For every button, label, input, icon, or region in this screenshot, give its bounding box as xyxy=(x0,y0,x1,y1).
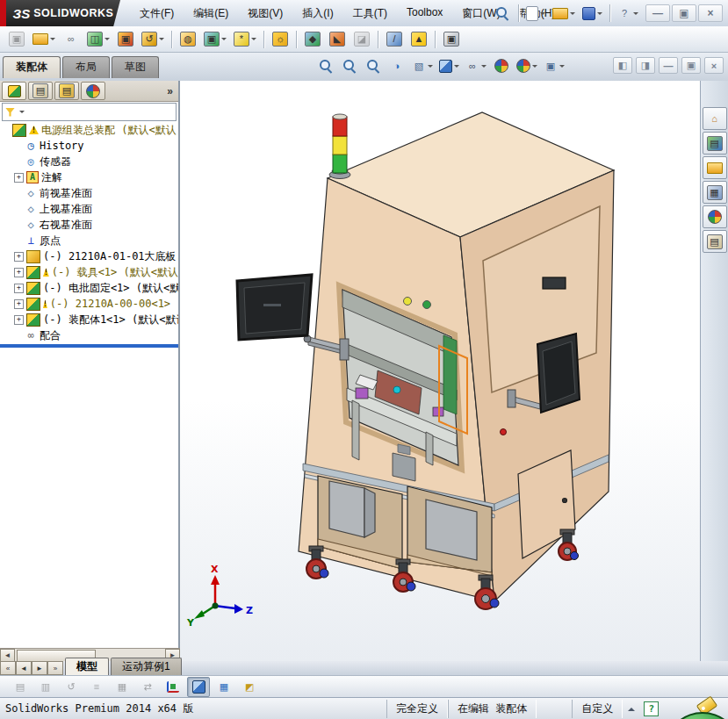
tree-item[interactable]: ◷History xyxy=(0,138,178,154)
open-part-button[interactable] xyxy=(30,29,58,50)
appearances-button[interactable] xyxy=(490,55,513,76)
smart-fasteners-button[interactable]: ▣ xyxy=(114,29,137,50)
graphics-viewport[interactable]: X Y Z xyxy=(180,81,700,661)
view-palette-button[interactable]: ▦ xyxy=(703,181,727,204)
view-settings-dropdown-icon[interactable] xyxy=(559,65,565,70)
zoom-to-area-button[interactable] xyxy=(338,55,361,76)
model-tab-运动算例1[interactable]: 运动算例1 xyxy=(111,658,182,675)
save-document-dropdown-icon[interactable] xyxy=(597,12,602,18)
mate-dropdown-icon[interactable] xyxy=(105,38,110,43)
property-manager-tab[interactable]: ▤ xyxy=(28,82,53,100)
zoom-to-fit-button[interactable] xyxy=(314,55,337,76)
view-settings-button[interactable]: ▣ xyxy=(541,55,567,76)
collapse-panel-right-button[interactable]: ◨ xyxy=(636,57,655,74)
help-dropdown-icon[interactable] xyxy=(633,12,638,18)
tree-item[interactable]: ∞配合 xyxy=(0,327,178,343)
zoom-to-selection-button[interactable] xyxy=(362,55,385,76)
tree-item[interactable]: !电源组装总装配 (默认<默认 xyxy=(0,122,178,138)
expand-toggle-icon[interactable]: + xyxy=(14,299,24,309)
tree-item[interactable]: +!(-) 载具<1> (默认<默认 xyxy=(0,264,178,280)
tree-item[interactable]: ◇上视基准面 xyxy=(0,201,178,217)
open-document-dropdown-icon[interactable] xyxy=(570,12,575,18)
attachment-button[interactable]: ∞ xyxy=(60,29,83,50)
display-style-dropdown-icon[interactable] xyxy=(454,65,459,70)
move-component-dropdown-icon[interactable] xyxy=(159,38,164,43)
tab-布局[interactable]: 布局 xyxy=(62,56,110,78)
status-help-icon[interactable]: ? xyxy=(644,701,659,716)
collapse-panel-left-button[interactable]: ◧ xyxy=(613,57,632,74)
help-button[interactable]: ? xyxy=(615,3,641,24)
design-library-button[interactable]: ▤ xyxy=(703,132,727,155)
restore-app-button[interactable]: ▣ xyxy=(672,4,696,22)
tree-item[interactable]: +(-) 21210A-01-01大底板.SL xyxy=(0,248,178,264)
instant-3d-button[interactable]: ◣ xyxy=(326,29,349,50)
menu-toolbox[interactable]: Toolbox xyxy=(399,4,450,24)
signal-tower[interactable] xyxy=(329,114,350,179)
reference-triad-button[interactable] xyxy=(162,677,184,697)
prev-tab-button[interactable]: ◄ xyxy=(16,661,32,675)
tree-item[interactable]: +!(-) 21210A-00-00<1> (默 xyxy=(0,296,178,312)
last-tab-button[interactable]: » xyxy=(47,661,63,675)
customize-arrow-icon[interactable] xyxy=(628,704,635,711)
view-orientation-dropdown-icon[interactable] xyxy=(428,65,433,70)
rollback-bar[interactable] xyxy=(0,344,178,348)
exploded-view-button[interactable]: ◆ xyxy=(301,29,324,50)
minimize-doc-button[interactable]: — xyxy=(659,57,678,74)
tab-装配体[interactable]: 装配体 xyxy=(3,56,61,78)
show-hidden-components-button[interactable]: ◍ xyxy=(177,29,199,50)
appearances-scenes-button[interactable] xyxy=(703,205,727,228)
mate-button[interactable]: ◫ xyxy=(84,29,112,50)
tree-item[interactable]: +(-) 装配体1<1> (默认<默认 xyxy=(0,312,178,327)
hide-show-items-dropdown-icon[interactable] xyxy=(481,65,487,70)
tree-item[interactable]: +A注解 xyxy=(0,169,178,185)
section-view-button[interactable]: ◑ xyxy=(386,55,408,76)
expand-toggle-icon[interactable]: + xyxy=(14,252,24,262)
tree-item[interactable]: +(-) 电批固定<1> (默认<默认 xyxy=(0,280,178,296)
tree-item[interactable]: ⊥原点 xyxy=(0,233,178,248)
restore-doc-button[interactable]: ▣ xyxy=(681,57,701,74)
expand-toggle-icon[interactable]: + xyxy=(14,315,24,325)
next-tab-button[interactable]: ► xyxy=(32,661,47,675)
menu-view[interactable]: 视图(V) xyxy=(240,4,291,24)
search-button[interactable] xyxy=(491,3,514,24)
display-style-button[interactable] xyxy=(436,55,462,76)
view-orientation-button[interactable]: ▧ xyxy=(409,55,436,76)
assembly-features-dropdown-icon[interactable] xyxy=(221,38,227,43)
new-document-dropdown-icon[interactable] xyxy=(540,12,545,18)
menu-tools[interactable]: 工具(T) xyxy=(345,4,395,24)
hide-show-items-button[interactable]: ∞ xyxy=(463,55,489,76)
menu-insert[interactable]: 插入(I) xyxy=(294,4,341,24)
open-document-button[interactable] xyxy=(550,3,578,24)
expand-toggle-icon[interactable]: + xyxy=(14,284,24,293)
move-component-button[interactable]: ↺ xyxy=(139,29,167,50)
screen-capture-button[interactable]: ◩ xyxy=(238,677,261,697)
reference-geometry-button[interactable]: * xyxy=(231,29,259,50)
tree-filter-bar[interactable] xyxy=(2,103,177,121)
tree-item[interactable]: ◎传感器 xyxy=(0,154,178,169)
close-app-button[interactable]: × xyxy=(698,4,723,22)
tab-草图[interactable]: 草图 xyxy=(112,56,159,78)
expand-toggle-icon[interactable]: + xyxy=(14,173,24,183)
edit-scene-button[interactable] xyxy=(514,55,540,76)
close-doc-button[interactable]: × xyxy=(704,57,724,74)
shaded-display-button[interactable] xyxy=(187,677,210,697)
assembly-features-button[interactable]: ▣ xyxy=(201,29,229,50)
display-manager-tab[interactable] xyxy=(81,82,105,100)
filter-dropdown-icon[interactable] xyxy=(19,111,25,116)
configuration-manager-tab[interactable]: ▤ xyxy=(54,82,79,100)
new-document-button[interactable] xyxy=(523,3,548,24)
first-tab-button[interactable]: « xyxy=(0,661,16,675)
save-document-button[interactable] xyxy=(580,3,605,24)
tree-item[interactable]: ◇右视基准面 xyxy=(0,217,178,233)
image-capture-button[interactable]: ▣ xyxy=(440,29,463,50)
panel-expand-button[interactable]: » xyxy=(167,85,177,97)
expand-toggle-icon[interactable]: + xyxy=(14,268,24,277)
interference-detection-button[interactable]: ▲ xyxy=(407,29,430,50)
featuremanager-tree-tab[interactable] xyxy=(2,82,26,100)
open-part-dropdown-icon[interactable] xyxy=(50,38,55,43)
model-tab-模型[interactable]: 模型 xyxy=(65,658,109,675)
menu-edit[interactable]: 编辑(E) xyxy=(185,4,236,24)
edit-scene-dropdown-icon[interactable] xyxy=(532,65,537,70)
motion-study-button[interactable]: ☼ xyxy=(269,29,292,50)
minimize-app-button[interactable]: — xyxy=(645,4,670,22)
